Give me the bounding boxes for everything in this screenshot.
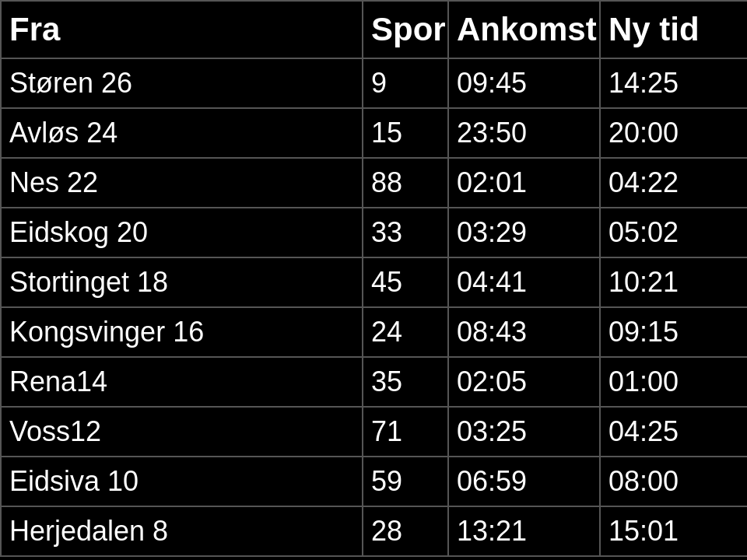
cell-nytid: 15:01 [600, 506, 747, 556]
cell-nytid: 04:22 [600, 158, 747, 208]
cell-spor: 33 [363, 208, 448, 257]
cell-spor: 9 [363, 58, 448, 108]
cell-spor: 24 [363, 307, 448, 357]
cell-spor: 15 [363, 108, 448, 158]
cell-ankomst: 08:43 [448, 307, 600, 357]
cell-fra: Avløs 24 [1, 108, 363, 158]
cell-fra: Nes 22 [1, 158, 363, 208]
cell-nytid: 20:00 [600, 108, 747, 158]
cell-ankomst: 02:01 [448, 158, 600, 208]
cell-fra: Støren 26 [1, 58, 363, 108]
cell-nytid: 04:25 [600, 407, 747, 457]
header-fra: Fra [1, 1, 363, 58]
table-row: Rena143502:0501:00 [1, 357, 747, 407]
header-spor: Spor [363, 1, 448, 58]
table-row: Nes 228802:0104:22 [1, 158, 747, 208]
table-row: Kongsvinger 162408:4309:15 [1, 307, 747, 357]
table-row: Støren 26909:4514:25 [1, 58, 747, 108]
table-row: Voss127103:2504:25 [1, 407, 747, 457]
cell-nytid: 09:15 [600, 307, 747, 357]
header-row: Fra Spor Ankomst Ny tid [1, 1, 747, 58]
table-row: Eidsiva 105906:5908:00 [1, 457, 747, 506]
cell-spor: 28 [363, 506, 448, 556]
table-row: Eidskog 203303:2905:02 [1, 208, 747, 257]
header-ankomst: Ankomst [448, 1, 600, 58]
cell-ankomst: 04:41 [448, 257, 600, 307]
cell-fra: Herjedalen 8 [1, 506, 363, 556]
cell-nytid: 01:00 [600, 357, 747, 407]
cell-spor: 45 [363, 257, 448, 307]
table-row: Stortinget 184504:4110:21 [1, 257, 747, 307]
cell-ankomst: 13:21 [448, 506, 600, 556]
cell-spor: 35 [363, 357, 448, 407]
cell-ankomst: 03:29 [448, 208, 600, 257]
cell-ankomst: 06:59 [448, 457, 600, 506]
cell-ankomst: 09:45 [448, 58, 600, 108]
header-nytid: Ny tid [600, 1, 747, 58]
cell-spor: 59 [363, 457, 448, 506]
cell-spor: 88 [363, 158, 448, 208]
table-row: Herjedalen 82813:2115:01 [1, 506, 747, 556]
cell-spor: 71 [363, 407, 448, 457]
cell-fra: Voss12 [1, 407, 363, 457]
cell-fra: Eidsiva 10 [1, 457, 363, 506]
cell-nytid: 05:02 [600, 208, 747, 257]
cell-nytid: 08:00 [600, 457, 747, 506]
cell-ankomst: 02:05 [448, 357, 600, 407]
cell-fra: Stortinget 18 [1, 257, 363, 307]
cell-fra: Eidskog 20 [1, 208, 363, 257]
cell-ankomst: 23:50 [448, 108, 600, 158]
table-row: Avløs 241523:5020:00 [1, 108, 747, 158]
cell-nytid: 10:21 [600, 257, 747, 307]
cell-nytid: 14:25 [600, 58, 747, 108]
cell-fra: Kongsvinger 16 [1, 307, 363, 357]
cell-fra: Rena14 [1, 357, 363, 407]
cell-ankomst: 03:25 [448, 407, 600, 457]
main-table: Fra Spor Ankomst Ny tid Støren 26909:451… [0, 0, 747, 557]
